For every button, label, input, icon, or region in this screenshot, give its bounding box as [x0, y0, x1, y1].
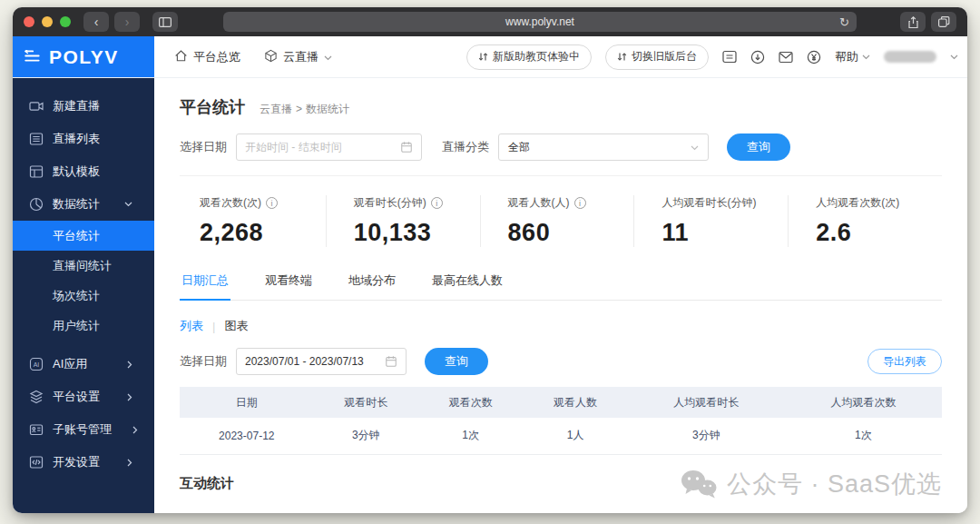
breadcrumb: 云直播>数据统计 [260, 102, 349, 117]
share-icon[interactable] [900, 12, 926, 32]
sidebar-item-default-template[interactable]: 默认模板 [13, 155, 154, 188]
date-filter-label: 选择日期 [180, 353, 227, 370]
tab-overview-icon[interactable] [931, 12, 956, 32]
sidebar-item-data-statistics[interactable]: 数据统计 [13, 188, 154, 221]
tab-max-online[interactable]: 最高在线人数 [430, 265, 505, 300]
id-card-icon [29, 422, 44, 437]
console-icon[interactable] [722, 50, 737, 64]
url-text: www.polyv.net [505, 15, 574, 28]
finance-icon[interactable] [807, 50, 821, 64]
sidebar-item-platform-settings[interactable]: 平台设置 [13, 381, 154, 413]
chevron-right-icon [127, 361, 132, 369]
app-header: POLYV 平台总览 云直播 新版助教页体验中 切换旧版后台 [13, 36, 967, 78]
switch-old-version-button[interactable]: 切换旧版后台 [605, 44, 709, 70]
stat-viewer-count: 观看人数(人)i 860 [480, 195, 634, 247]
stat-view-duration: 观看时长(分钟)i 10,133 [326, 195, 480, 247]
close-window-button[interactable] [24, 16, 34, 27]
info-icon[interactable]: i [266, 197, 278, 209]
chevron-down-icon [691, 141, 699, 153]
url-bar[interactable]: www.polyv.net ↻ [223, 12, 857, 32]
sidebar-item-subaccount-management[interactable]: 子账号管理 [13, 413, 154, 446]
stat-value: 860 [508, 219, 634, 247]
nav-cloud-live[interactable]: 云直播 [264, 49, 332, 65]
table-filter-row: 选择日期 查询 导出列表 [180, 348, 942, 375]
header-actions: 新版助教页体验中 切换旧版后台 帮助 [466, 36, 967, 77]
tab-region-distribution[interactable]: 地域分布 [347, 265, 397, 300]
table-date-range-input[interactable] [236, 348, 407, 375]
chevron-down-icon [324, 50, 332, 64]
info-icon[interactable]: i [431, 197, 443, 209]
nav-platform-overview[interactable]: 平台总览 [174, 49, 240, 65]
sidebar-item-live-list[interactable]: 直播列表 [13, 123, 154, 155]
stat-value: 11 [662, 219, 788, 247]
category-filter-label: 直播分类 [442, 139, 489, 155]
info-icon[interactable]: i [574, 197, 586, 209]
zoom-window-button[interactable] [60, 16, 71, 27]
tab-date-summary[interactable]: 日期汇总 [180, 265, 230, 300]
tab-view-terminal[interactable]: 观看终端 [263, 265, 314, 300]
table-row[interactable]: 2023-07-12 3分钟 1次 1人 3分钟 1次 [180, 418, 942, 454]
export-list-button[interactable]: 导出列表 [867, 349, 942, 374]
sidebar-item-new-live[interactable]: 新建直播 [13, 90, 154, 123]
calendar-icon [385, 355, 397, 368]
chevron-right-icon [132, 426, 138, 434]
mail-icon[interactable] [779, 51, 793, 64]
sidebar-subitem-platform-statistics[interactable]: 平台统计 [13, 221, 154, 251]
top-filter-row: 选择日期 直播分类 全部 查询 [180, 133, 942, 161]
page-title: 平台统计 [180, 96, 245, 118]
sidebar-subitem-session-statistics[interactable]: 场次统计 [13, 281, 154, 311]
home-icon [174, 49, 188, 65]
header-nav: 平台总览 云直播 [154, 36, 332, 77]
reload-icon[interactable]: ↻ [839, 15, 849, 29]
svg-text:AI: AI [34, 361, 40, 368]
collapse-menu-icon[interactable] [24, 49, 40, 65]
chevron-right-icon [127, 459, 132, 467]
chevron-down-icon[interactable] [950, 54, 958, 60]
polyv-logo[interactable]: POLYV [49, 46, 119, 68]
forward-button[interactable]: › [114, 12, 140, 32]
sidebar-item-dev-settings[interactable]: 开发设置 [13, 446, 154, 479]
new-assistant-page-button[interactable]: 新版助教页体验中 [466, 44, 592, 70]
camera-icon [29, 99, 44, 114]
help-menu[interactable]: 帮助 [835, 49, 870, 65]
query-button[interactable]: 查询 [727, 133, 790, 161]
minimize-window-button[interactable] [42, 16, 53, 27]
table-query-button[interactable]: 查询 [425, 348, 488, 375]
date-range-input[interactable] [236, 133, 422, 161]
swap-arrows-icon [617, 52, 627, 62]
code-icon [29, 455, 44, 470]
stat-view-count: 观看次数(次)i 2,268 [180, 195, 326, 247]
chevron-right-icon [127, 393, 132, 401]
tabs-row: 日期汇总 观看终端 地域分布 最高在线人数 [180, 265, 942, 301]
sidebar: 新建直播 直播列表 默认模板 数据统计 平台统计 直播间统计 场次统计 用户统计 [13, 78, 154, 513]
category-select[interactable]: 全部 [498, 133, 709, 161]
chevron-down-icon [124, 202, 132, 207]
table-header-row: 日期 观看时长 观看次数 观看人数 人均观看时长 人均观看次数 [180, 387, 942, 418]
sidebar-toggle-icon[interactable] [152, 12, 178, 32]
wechat-icon [680, 469, 718, 499]
ai-icon: AI [29, 357, 44, 371]
list-icon [29, 132, 44, 146]
back-button[interactable]: ‹ [83, 12, 109, 32]
logo-block: POLYV [13, 36, 154, 77]
view-list-link[interactable]: 列表 [180, 318, 203, 334]
view-chart-link[interactable]: 图表 [224, 318, 248, 334]
stat-value: 10,133 [354, 219, 480, 247]
date-filter-label: 选择日期 [180, 139, 227, 155]
chevron-down-icon [862, 54, 870, 60]
account-name-redacted[interactable] [884, 51, 936, 63]
stat-avg-duration: 人均观看时长(分钟) 11 [633, 195, 788, 247]
stats-row: 观看次数(次)i 2,268 观看时长(分钟)i 10,133 观看人数(人)i… [180, 176, 942, 262]
sidebar-subitem-user-statistics[interactable]: 用户统计 [13, 311, 154, 341]
statistics-table: 日期 观看时长 观看次数 观看人数 人均观看时长 人均观看次数 2023-07-… [180, 387, 942, 455]
sidebar-item-ai-apps[interactable]: AI AI应用 [13, 348, 154, 381]
main-content: 平台统计 云直播>数据统计 选择日期 直播分类 全部 查询 [154, 78, 967, 513]
stat-value: 2,268 [200, 219, 326, 247]
traffic-lights [24, 16, 71, 27]
view-toggle: 列表 | 图表 [180, 318, 942, 334]
stat-value: 2.6 [816, 219, 942, 247]
download-icon[interactable] [750, 50, 765, 64]
sidebar-subitem-room-statistics[interactable]: 直播间统计 [13, 251, 154, 281]
template-icon [29, 164, 44, 179]
watermark: 公众号 · SaaS优选 [680, 468, 942, 500]
